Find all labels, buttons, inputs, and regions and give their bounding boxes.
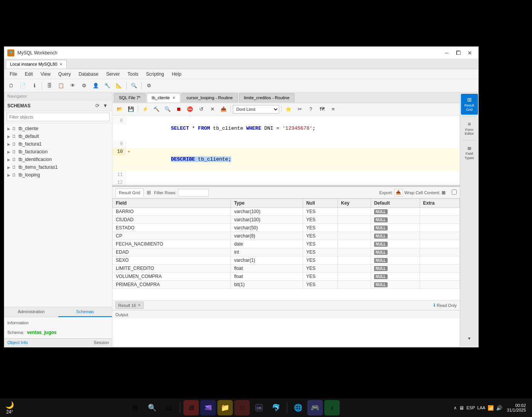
sidebar-tab-administration[interactable]: Administration [4, 307, 58, 317]
schema-item-tb-cliente[interactable]: ▶ 🗋 tb_cliente [4, 125, 112, 132]
qt-refresh[interactable]: ↺ [196, 105, 206, 114]
taskbar-chrome[interactable]: 🌐 [290, 400, 306, 415]
sidebar-tab-schemas[interactable]: Schemas [58, 307, 112, 317]
qt-export[interactable]: 📤 [219, 105, 229, 114]
tree-expand-tb-identificacion[interactable]: ▶ [7, 158, 10, 162]
tree-expand-tb-items-facturas1[interactable]: ▶ [7, 165, 10, 170]
output-bar: Output [112, 310, 460, 319]
toolbar-config[interactable]: ⚙ [144, 81, 154, 91]
taskbar-display-icon[interactable]: 🖥 [459, 405, 464, 411]
menu-help[interactable]: Help [168, 70, 185, 78]
taskbar-volume-icon[interactable]: 🔊 [496, 405, 502, 411]
rp-field-types-btn[interactable]: ≣ FieldTypes [461, 142, 478, 163]
export-label: Export: [379, 190, 393, 195]
taskbar-discord[interactable]: 🎮 [307, 400, 323, 415]
schema-item-tb-looping[interactable]: ▶ 🗋 tb_looping [4, 171, 112, 179]
export-csv-btn[interactable]: 📥 [394, 189, 403, 197]
qt-cancel[interactable]: ✕ [207, 105, 217, 114]
taskbar-file-explorer[interactable]: 🗂 [161, 400, 177, 415]
menu-edit[interactable]: Edit [21, 70, 37, 78]
taskbar-up-arrow[interactable]: ∧ [454, 405, 457, 410]
rp-form-editor-btn[interactable]: ≡ FormEditor [461, 118, 478, 139]
menu-database[interactable]: Database [75, 70, 102, 78]
qt-snippets[interactable]: ✂ [295, 105, 305, 114]
taskbar-jetbrains[interactable]: 🖥 [183, 400, 199, 415]
tree-expand-tb-factura1[interactable]: ▶ [7, 142, 10, 146]
schema-item-tb-default[interactable]: ▶ 🗋 tb_default [4, 132, 112, 140]
toolbar-new-sql2[interactable]: 📄 [17, 81, 28, 91]
menu-tools[interactable]: Tools [124, 70, 142, 78]
rp-grid-icon: ⊞ [467, 97, 472, 103]
taskbar-app1[interactable]: DB [251, 400, 267, 415]
tree-expand-tb-facturacion[interactable]: ▶ [7, 150, 10, 154]
tree-expand-tb-cliente[interactable]: ▶ [7, 127, 10, 131]
taskbar-visual-studio[interactable] [200, 400, 216, 415]
toolbar-query[interactable]: 🔧 [102, 81, 113, 91]
minimize-button[interactable]: ─ [441, 47, 452, 58]
qt-format[interactable]: ≡ [328, 105, 338, 114]
qt-limit-select[interactable]: Dont Limit Limit to 1000 rows Limit to 5… [233, 105, 279, 114]
taskbar-start[interactable]: ⊞ [127, 400, 143, 415]
rp-collapse-btn[interactable]: ▼ [461, 334, 478, 343]
toolbar-user[interactable]: 👤 [90, 81, 101, 91]
tree-expand-tb-looping[interactable]: ▶ [7, 173, 10, 177]
taskbar-search[interactable]: 🔍 [144, 400, 160, 415]
taskbar-time: 00:02 31/1/2025 [507, 403, 529, 412]
query-tab-tbcliente[interactable]: tb_cliente ✕ [147, 93, 180, 102]
qt-execute-selection[interactable]: 🔨 [151, 105, 161, 114]
toolbar-view[interactable]: 👁 [67, 81, 78, 91]
code-editor[interactable]: 8 SELECT * FROM tb_cliente WHERE DNI = '… [112, 115, 460, 185]
instance-tab-local[interactable]: Local instance MySQL80 ✕ [6, 60, 67, 68]
menu-scripting[interactable]: Scripting [142, 70, 168, 78]
query-tab-cursor[interactable]: cursor_looping - Routine [181, 93, 238, 102]
taskbar-xampp[interactable]: ⬡ [234, 400, 250, 415]
close-button[interactable]: ✕ [464, 47, 475, 58]
toolbar-sp[interactable]: ⚙ [79, 81, 90, 91]
toolbar-open[interactable]: ℹ [29, 81, 40, 91]
query-tab-limite[interactable]: limite_creditos - Routine [239, 93, 295, 102]
query-tab-sqlfile7[interactable]: SQL File 7* [114, 93, 146, 102]
result-16-tag[interactable]: Result 16 ✕ [115, 302, 144, 309]
qt-search[interactable]: 🔍 [163, 105, 173, 114]
menu-view[interactable]: View [37, 70, 54, 78]
schema-item-tb-items-facturas1[interactable]: ▶ 🗋 tb_items_facturas1 [4, 163, 112, 171]
result-select-all[interactable] [452, 190, 457, 195]
taskbar-mysql[interactable]: 🐬 [268, 400, 284, 415]
schema-item-tb-identificacion[interactable]: ▶ 🗋 tb_identificacion [4, 156, 112, 163]
null-badge: NULL [374, 242, 388, 247]
menu-server[interactable]: Server [102, 70, 124, 78]
query-tab-tbcliente-close[interactable]: ✕ [172, 96, 175, 100]
menu-query[interactable]: Query [54, 70, 75, 78]
toolbar-schema[interactable]: 🗄 [44, 81, 55, 91]
toolbar-table[interactable]: 📋 [56, 81, 66, 91]
result-tag-close[interactable]: ✕ [137, 303, 141, 308]
maximize-button[interactable]: ⧠ [453, 47, 464, 58]
menu-file[interactable]: File [6, 70, 21, 78]
schema-item-tb-factura1[interactable]: ▶ 🗋 tb_factura1 [4, 140, 112, 148]
instance-tab-close[interactable]: ✕ [59, 62, 63, 66]
toolbar-erd[interactable]: 📐 [114, 81, 124, 91]
qt-bookmarks[interactable]: ⭐ [283, 105, 293, 114]
schema-filter-btn[interactable]: ▼ [102, 102, 109, 109]
qt-stop-script[interactable]: ⛔ [185, 105, 195, 114]
filter-objects-input[interactable] [7, 113, 110, 121]
schema-refresh-btn[interactable]: ⟳ [94, 102, 101, 109]
toolbar-new-sql[interactable]: 🗋 [6, 81, 17, 91]
qt-visual-explain[interactable]: 🗺 [317, 105, 327, 114]
session-label[interactable]: Session [94, 340, 109, 345]
qt-save[interactable]: 💾 [126, 105, 136, 114]
qt-execute[interactable]: ⚡ [140, 105, 150, 114]
taskbar-wifi-icon[interactable]: 📶 [488, 405, 494, 411]
schema-item-tb-facturacion[interactable]: ▶ 🗋 tb_facturacion [4, 148, 112, 156]
rp-result-grid-btn[interactable]: ⊞ ResultGrid [461, 94, 478, 115]
taskbar-folder[interactable]: 📁 [217, 400, 233, 415]
tree-expand-tb-default[interactable]: ▶ [7, 134, 10, 139]
qt-help[interactable]: ? [306, 105, 316, 114]
taskbar-spotify[interactable]: ♪ [324, 400, 340, 415]
result-tab-grid[interactable]: Result Grid [115, 188, 144, 197]
qt-stop[interactable]: ⏹ [174, 105, 184, 114]
object-info-label[interactable]: Object Info [7, 340, 28, 345]
qt-open-file[interactable]: 📂 [115, 105, 125, 114]
filter-rows-input[interactable] [178, 189, 209, 197]
toolbar-search[interactable]: 🔍 [129, 81, 139, 91]
